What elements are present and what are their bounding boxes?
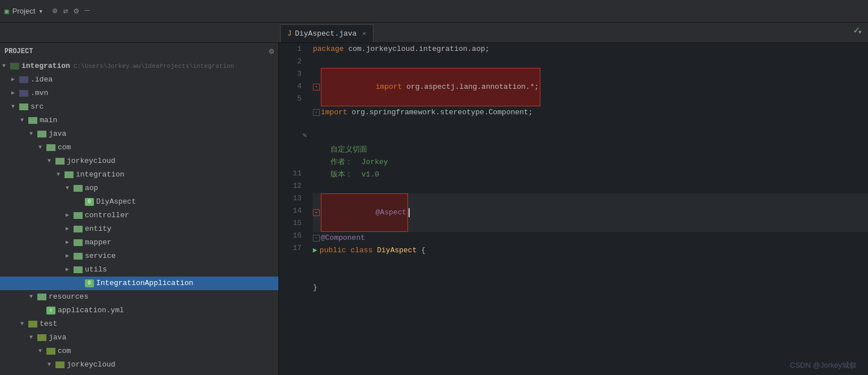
minimize-icon[interactable]: — xyxy=(84,6,89,16)
tree-com-test[interactable]: ▼ com xyxy=(0,344,278,358)
tree-com[interactable]: ▼ com xyxy=(0,141,278,154)
tree-mvn[interactable]: ▶ .mvn xyxy=(0,87,278,100)
folder-icon xyxy=(46,144,55,151)
tree-arrow: ▶ xyxy=(11,88,19,99)
tree-label: entity xyxy=(85,223,111,235)
tree-path: C:\Users\Jorkey.wu\IdeaProjects\integrat… xyxy=(74,61,234,72)
tree-utils[interactable]: ▶ utils xyxy=(0,263,278,277)
package-name: com.jorkeycloud.integration.aop; xyxy=(348,43,489,55)
tree-integration-test[interactable]: ▼ integration xyxy=(0,372,278,375)
folder-icon xyxy=(65,171,74,178)
javadoc-block: ✎ 自定义切面 作者： Jorkey 版本： v1.0 xyxy=(313,131,868,193)
code-line-9: 版本： v1.0 xyxy=(313,169,868,181)
sidebar-action1[interactable]: ⚙ xyxy=(269,46,274,56)
tree-aop[interactable]: ▼ aop xyxy=(0,182,278,195)
tree-arrow: ▶ xyxy=(66,264,74,275)
tree-arrow: ▼ xyxy=(20,115,28,126)
folder-icon xyxy=(74,266,83,273)
tree-src[interactable]: ▼ src xyxy=(0,100,278,114)
title-bar-actions: ⊕ ⇄ ⚙ — xyxy=(52,6,89,16)
watermark: CSDN @Jorkey城叙 xyxy=(790,360,857,370)
title-bar-left: ▣ Project ▾ ⊕ ⇄ ⚙ — xyxy=(5,6,89,16)
tree-test[interactable]: ▼ test xyxy=(0,317,278,331)
tree-arrow: ▼ xyxy=(66,183,74,194)
tree-entity[interactable]: ▶ entity xyxy=(0,222,278,236)
editor-tab-diyaspect[interactable]: J DiyAspect.java × xyxy=(280,24,373,42)
folder-icon xyxy=(19,104,28,110)
editor-content[interactable]: 1 2 3 4 5 11 12 13 14 15 16 17 xyxy=(279,43,868,375)
tree-arrow: ▼ xyxy=(48,156,55,167)
code-editor: 1 2 3 4 5 11 12 13 14 15 16 17 xyxy=(279,43,868,375)
line-numbers: 1 2 3 4 5 11 12 13 14 15 16 17 xyxy=(279,43,307,375)
tree-label: DiyAspect xyxy=(96,196,136,208)
text-cursor xyxy=(409,208,410,217)
settings-icon[interactable]: ⚙ xyxy=(74,6,79,16)
tree-integrationapp[interactable]: © IntegrationApplication xyxy=(0,277,278,290)
tree-label: integration xyxy=(22,61,70,72)
tree-label: mapper xyxy=(85,237,111,248)
code-line-4: - import org.springframework.stereotype.… xyxy=(313,106,868,119)
closing-brace: } xyxy=(313,282,317,294)
tree-java-main[interactable]: ▼ java xyxy=(0,127,278,141)
tree-label: resources xyxy=(49,291,88,303)
folder-icon xyxy=(74,212,83,219)
keyword: public class xyxy=(320,244,377,257)
fold-icon-4[interactable]: - xyxy=(313,109,320,116)
tree-jorkeycloud-test[interactable]: ▼ jorkeycloud xyxy=(0,358,278,372)
java-file-icon: © xyxy=(85,198,94,206)
sync-icon[interactable]: ⊕ xyxy=(52,6,57,16)
code-line-17 xyxy=(313,294,868,307)
sidebar-title: Project xyxy=(5,48,33,55)
code-line-6 xyxy=(313,131,868,144)
tree-jorkeycloud[interactable]: ▼ jorkeycloud xyxy=(0,154,278,168)
classname: DiyAspect xyxy=(377,244,416,257)
fold-icon-11[interactable]: - xyxy=(313,209,320,216)
tree-label: jorkeycloud xyxy=(67,156,115,167)
tree-root-integration[interactable]: ▼ integration C:\Users\Jorkey.wu\IdeaPro… xyxy=(0,59,278,73)
tree-idea[interactable]: ▶ .idea xyxy=(0,73,278,87)
tab-filename: DiyAspect.java xyxy=(295,29,356,38)
tree-diyaspect[interactable]: © DiyAspect xyxy=(0,195,278,209)
code-line-11[interactable]: - @Aspect xyxy=(313,193,868,232)
tree-java-test[interactable]: ▼ java xyxy=(0,331,278,344)
project-dropdown-icon[interactable]: ▾ xyxy=(38,7,43,16)
tree-mapper[interactable]: ▶ mapper xyxy=(0,236,278,249)
keyword: import xyxy=(321,106,352,119)
code-line-1: package com.jorkeycloud.integration.aop; xyxy=(313,43,868,55)
tree-service[interactable]: ▶ service xyxy=(0,249,278,263)
main-layout: Project ⚙ ▼ integration C:\Users\Jorkey.… xyxy=(0,43,868,375)
sidebar-header: Project ⚙ xyxy=(0,43,278,59)
code-area[interactable]: package com.jorkeycloud.integration.aop;… xyxy=(307,43,868,375)
tree-arrow: ▶ xyxy=(66,237,74,248)
tree-label: src xyxy=(31,101,44,113)
tree-integration-pkg[interactable]: ▼ integration xyxy=(0,168,278,182)
folder-icon xyxy=(46,348,55,355)
spring-run-icon: ▶ xyxy=(313,244,317,257)
tree-resources[interactable]: ▼ resources xyxy=(0,290,278,304)
code-line-15 xyxy=(313,269,868,282)
folder-icon xyxy=(74,253,83,260)
annotation-aspect: @Aspect xyxy=(321,193,408,232)
fold-icon-3[interactable]: - xyxy=(313,84,320,90)
tree-arrow: ▼ xyxy=(29,291,37,303)
code-line-12: - @Component xyxy=(313,232,868,244)
tree-label: com xyxy=(58,142,71,153)
tree-label: .mvn xyxy=(31,88,48,99)
tree-arrow: ▼ xyxy=(38,346,46,357)
tree-arrow: ▼ xyxy=(57,373,65,375)
java-spring-file-icon: © xyxy=(85,279,94,287)
tree-arrow: ▶ xyxy=(66,251,74,262)
tree-main[interactable]: ▼ main xyxy=(0,114,278,127)
code-line-14 xyxy=(313,257,868,269)
tree-application-yml[interactable]: © application.yml xyxy=(0,304,278,317)
tree-arrow: ▶ xyxy=(66,223,74,235)
tab-close-button[interactable]: × xyxy=(362,31,366,37)
folder-icon xyxy=(37,131,46,137)
fold-icon-12[interactable]: - xyxy=(313,235,320,242)
tree-controller[interactable]: ▶ controller xyxy=(0,209,278,222)
tree-label: application.yml xyxy=(58,305,124,316)
diff-icon[interactable]: ⇄ xyxy=(63,6,68,16)
tree-label: controller xyxy=(85,210,129,221)
folder-icon xyxy=(74,226,83,232)
folder-icon xyxy=(37,334,46,341)
